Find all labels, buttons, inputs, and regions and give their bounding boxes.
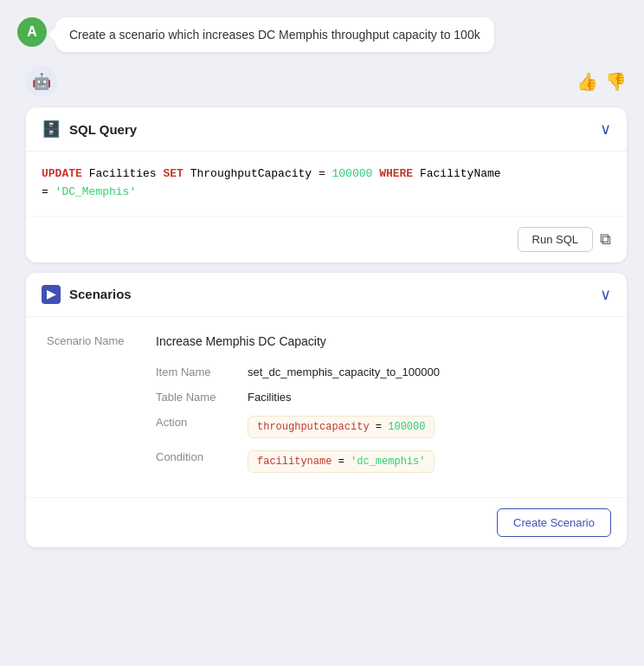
sql-card-chevron[interactable]: ∨ xyxy=(600,120,611,139)
thumbs-up-icon[interactable]: 👍 xyxy=(576,71,598,92)
bot-response-row: 🤖 👍 👎 🗄️ SQL Query ∨ UPDATE Facilities S… xyxy=(17,66,627,547)
action-code-pill: throughputcapacity = 100000 xyxy=(248,416,435,438)
bot-header-row: 🤖 👍 👎 xyxy=(26,66,627,97)
run-sql-button[interactable]: Run SQL xyxy=(518,227,593,252)
condition-code-pill: facilityname = 'dc_memphis' xyxy=(248,450,435,473)
user-message-row: A Create a scenario which increases DC M… xyxy=(17,17,627,52)
create-scenario-button[interactable]: Create Scenario xyxy=(497,508,611,537)
condition-row: Condition facilityname = 'dc_memphis' xyxy=(156,450,606,473)
sql-card-title: SQL Query xyxy=(69,122,137,137)
sql-value: 100000 xyxy=(332,167,373,180)
table-name-value: Facilities xyxy=(248,391,292,404)
copy-icon[interactable]: ⧉ xyxy=(600,230,611,249)
condition-code-keyword: facilityname xyxy=(257,456,332,468)
item-name-value: set_dc_memphis_capacity_to_100000 xyxy=(248,365,440,378)
sql-query-card: 🗄️ SQL Query ∨ UPDATE Facilities SET Thr… xyxy=(26,107,627,262)
action-row: Action throughputcapacity = 100000 xyxy=(156,416,606,438)
scenario-name-value: Increase Memphis DC Capacity xyxy=(156,334,326,348)
scenario-name-label: Scenario Name xyxy=(47,334,142,347)
scenario-icon: ▶ xyxy=(42,285,61,304)
condition-code-eq: = xyxy=(338,456,351,468)
avatar: A xyxy=(17,17,47,47)
scenario-name-row: Scenario Name Increase Memphis DC Capaci… xyxy=(47,334,606,348)
condition-code-value: 'dc_memphis' xyxy=(351,456,425,468)
sql-string-value: 'DC_Memphis' xyxy=(55,185,137,198)
sql-card-body: UPDATE Facilities SET ThroughputCapacity… xyxy=(26,152,627,216)
action-code-keyword: throughputcapacity xyxy=(257,421,370,433)
sql-equals: = xyxy=(319,167,332,180)
sql-table-name: Facilities xyxy=(89,167,164,180)
bot-avatar: 🤖 xyxy=(26,66,57,97)
scenarios-card: ▶ Scenarios ∨ Scenario Name Increase Mem… xyxy=(26,273,627,547)
sql-card-header-left: 🗄️ SQL Query xyxy=(42,120,137,139)
thumbs-down-icon[interactable]: 👎 xyxy=(605,71,627,92)
scenarios-card-chevron[interactable]: ∨ xyxy=(600,285,611,304)
action-code-eq: = xyxy=(376,421,388,433)
sql-code-block: UPDATE Facilities SET ThroughputCapacity… xyxy=(42,165,611,202)
table-name-label: Table Name xyxy=(156,391,234,404)
scenario-nested-table: Item Name set_dc_memphis_capacity_to_100… xyxy=(156,365,606,473)
sql-keyword-set: SET xyxy=(163,167,183,180)
sql-equals2: = xyxy=(42,185,55,198)
action-label: Action xyxy=(156,416,234,429)
sql-where-col: FacilityName xyxy=(420,167,501,180)
sql-card-footer: Run SQL ⧉ xyxy=(26,216,627,262)
item-name-label: Item Name xyxy=(156,365,234,378)
sql-keyword-where: WHERE xyxy=(379,167,413,180)
item-name-row: Item Name set_dc_memphis_capacity_to_100… xyxy=(156,365,606,378)
user-bubble: Create a scenario which increases DC Mem… xyxy=(55,17,494,52)
sql-keyword-update: UPDATE xyxy=(42,167,82,180)
feedback-icons: 👍 👎 xyxy=(576,71,627,92)
sql-icon: 🗄️ xyxy=(42,120,61,139)
table-name-row: Table Name Facilities xyxy=(156,391,606,404)
condition-label: Condition xyxy=(156,450,234,463)
sql-card-header: 🗄️ SQL Query ∨ xyxy=(26,107,627,152)
action-code-value: 100000 xyxy=(388,421,425,433)
scenarios-card-header: ▶ Scenarios ∨ xyxy=(26,273,627,317)
scenario-card-footer: Create Scenario xyxy=(26,497,627,547)
user-message-text: Create a scenario which increases DC Mem… xyxy=(69,28,480,42)
sql-set-col: ThroughputCapacity xyxy=(190,167,319,180)
scenarios-card-header-left: ▶ Scenarios xyxy=(42,285,132,304)
scenario-card-body: Scenario Name Increase Memphis DC Capaci… xyxy=(26,317,627,490)
scenarios-card-title: Scenarios xyxy=(69,287,132,301)
